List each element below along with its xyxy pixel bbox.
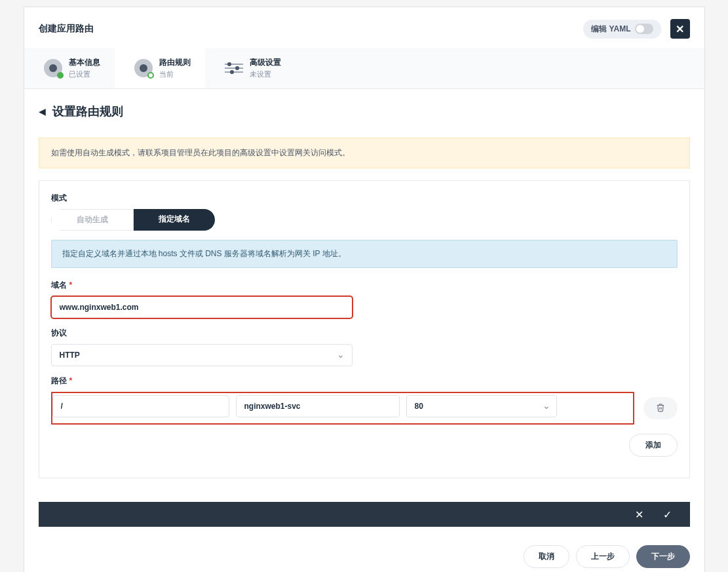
create-route-modal: 创建应用路由 编辑 YAML ✕ 基本信息 已设置 [24, 7, 705, 572]
close-button[interactable]: ✕ [670, 19, 690, 39]
header-right: 编辑 YAML ✕ [583, 19, 689, 39]
protocol-row: 协议 [51, 328, 678, 366]
action-bar: ✕ ✓ [39, 502, 690, 527]
cancel-button[interactable]: 取消 [524, 545, 569, 568]
prev-button[interactable]: 上一步 [576, 545, 630, 568]
alert-info: 指定自定义域名并通过本地 hosts 文件或 DNS 服务器将域名解析为网关 I… [51, 240, 678, 268]
modal-header: 创建应用路由 编辑 YAML ✕ [24, 7, 704, 48]
edit-yaml-label: 编辑 YAML [591, 24, 630, 35]
trash-icon [656, 403, 665, 414]
mode-custom-option[interactable]: 指定域名 [134, 209, 215, 231]
back-arrow-icon[interactable]: ◀ [39, 106, 46, 117]
step-route-rules[interactable]: 路由规则 当前 [115, 48, 205, 88]
confirm-icon[interactable]: ✓ [663, 508, 672, 521]
toggle-knob [636, 25, 644, 33]
delete-path-button[interactable] [643, 397, 678, 419]
step-icon [134, 59, 153, 77]
domain-input[interactable] [51, 296, 353, 318]
domain-label: 域名* [51, 280, 678, 291]
modal-footer: 取消 上一步 下一步 [24, 536, 704, 572]
step-label: 基本信息 [69, 57, 100, 68]
step-label: 路由规则 [159, 57, 191, 68]
mode-label: 模式 [51, 193, 678, 204]
path-input[interactable] [52, 395, 229, 417]
next-button[interactable]: 下一步 [636, 545, 690, 568]
dismiss-icon[interactable]: ✕ [635, 508, 643, 521]
content-area: ◀ 设置路由规则 如需使用自动生成模式，请联系项目管理员在此项目的高级设置中设置… [24, 89, 704, 502]
path-row [52, 395, 633, 417]
path-section: 路径* [51, 375, 678, 457]
sliders-icon [225, 59, 243, 77]
service-input[interactable] [236, 395, 400, 417]
section-header: ◀ 设置路由规则 [39, 104, 690, 119]
section-title: 设置路由规则 [52, 104, 123, 119]
step-label: 高级设置 [250, 57, 281, 68]
edit-yaml-toggle[interactable]: 编辑 YAML [583, 20, 661, 39]
alert-warning: 如需使用自动生成模式，请联系项目管理员在此项目的高级设置中设置网关访问模式。 [39, 138, 690, 168]
modal-title: 创建应用路由 [39, 23, 94, 35]
step-status: 当前 [159, 69, 191, 79]
mode-segment: 自动生成 指定域名 [51, 209, 215, 231]
steps-nav: 基本信息 已设置 路由规则 当前 高级设置 未设置 [24, 48, 704, 89]
path-label: 路径* [51, 375, 678, 387]
step-basic-info[interactable]: 基本信息 已设置 [24, 48, 115, 88]
toggle-track [635, 24, 653, 34]
port-select[interactable] [406, 395, 557, 417]
protocol-select[interactable] [51, 344, 353, 366]
mode-auto-option[interactable]: 自动生成 [51, 209, 134, 231]
step-status: 已设置 [69, 69, 100, 79]
step-advanced-settings[interactable]: 高级设置 未设置 [205, 48, 296, 88]
protocol-label: 协议 [51, 328, 678, 339]
rule-card: 模式 自动生成 指定域名 指定自定义域名并通过本地 hosts 文件或 DNS … [39, 180, 690, 478]
step-icon [44, 59, 62, 77]
add-path-button[interactable]: 添加 [629, 434, 678, 457]
step-status: 未设置 [250, 69, 281, 79]
close-icon: ✕ [676, 23, 684, 35]
domain-row: 域名* [51, 280, 678, 318]
